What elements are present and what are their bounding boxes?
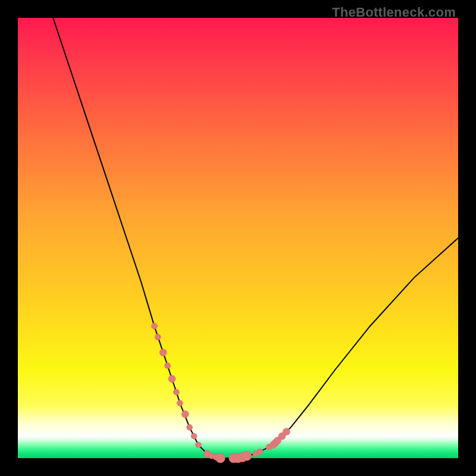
highlight-dot: [159, 349, 167, 356]
highlight-dot: [155, 334, 161, 340]
bottleneck-curve: [53, 18, 458, 458]
highlight-dot: [168, 375, 176, 383]
highlight-dot: [187, 424, 193, 430]
highlight-dot: [215, 453, 225, 463]
highlight-dot: [257, 449, 263, 455]
plot-svg: [18, 18, 458, 458]
highlight-dot: [151, 323, 157, 329]
highlight-markers: [151, 323, 290, 463]
highlight-dot: [191, 433, 197, 439]
highlight-dot: [181, 411, 189, 418]
highlight-dot: [165, 363, 171, 369]
highlight-dot: [283, 428, 290, 436]
highlight-dot: [242, 451, 252, 461]
highlight-dot: [177, 400, 183, 406]
watermark-text: TheBottleneck.com: [332, 5, 456, 20]
chart-frame: [18, 18, 458, 458]
highlight-dot: [173, 389, 179, 395]
highlight-dot: [195, 442, 201, 448]
